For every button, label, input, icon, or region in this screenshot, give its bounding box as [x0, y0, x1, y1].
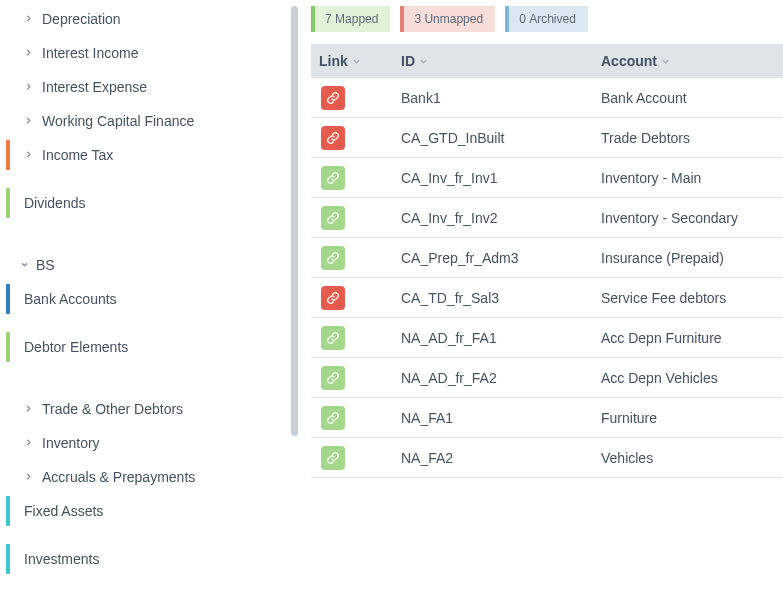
link-button[interactable] [321, 326, 345, 350]
cell-id: CA_Inv_fr_Inv2 [401, 210, 601, 226]
cell-link [311, 126, 401, 150]
cell-account: Trade Debtors [601, 130, 783, 146]
accent-bar [6, 188, 10, 218]
cell-id: CA_Inv_fr_Inv1 [401, 170, 601, 186]
sidebar-scrollbar[interactable] [285, 0, 305, 591]
sidebar-item[interactable]: Interest Income [0, 36, 285, 70]
sidebar-item[interactable]: Investments [0, 542, 285, 576]
sidebar-item[interactable]: Income Tax [0, 138, 285, 172]
sidebar-item-label: Working Capital Finance [42, 113, 194, 129]
sidebar-item[interactable]: Fixed Assets [0, 494, 285, 528]
table-row[interactable]: CA_GTD_InBuiltTrade Debtors [311, 118, 783, 158]
accent-bar [6, 140, 10, 170]
filter-archived-count: 0 [519, 12, 526, 26]
table-row[interactable]: Bank1Bank Account [311, 78, 783, 118]
filter-archived-label: Archived [529, 12, 576, 26]
sidebar-item[interactable]: Interest Expense [0, 70, 285, 104]
sidebar-item[interactable]: Bank Accounts [0, 282, 285, 316]
table-row[interactable]: NA_FA2Vehicles [311, 438, 783, 478]
table-row[interactable]: CA_TD_fr_Sal3Service Fee debtors [311, 278, 783, 318]
table-row[interactable]: NA_FA1Furniture [311, 398, 783, 438]
filter-unmapped-label: Unmapped [424, 12, 483, 26]
link-button[interactable] [321, 446, 345, 470]
sidebar-item-label: Fixed Assets [24, 503, 103, 519]
accent-bar [6, 544, 10, 574]
cell-id: CA_GTD_InBuilt [401, 130, 601, 146]
accent-bar [6, 496, 10, 526]
chevron-right-icon [24, 48, 34, 58]
sidebar-item-label: Accruals & Prepayments [42, 469, 195, 485]
link-button[interactable] [321, 126, 345, 150]
cell-id: CA_TD_fr_Sal3 [401, 290, 601, 306]
header-link-label: Link [319, 53, 348, 69]
filter-unmapped[interactable]: 3 Unmapped [400, 6, 495, 32]
table-row[interactable]: CA_Prep_fr_Adm3Insurance (Prepaid) [311, 238, 783, 278]
cell-account: Inventory - Main [601, 170, 783, 186]
chevron-right-icon [24, 82, 34, 92]
cell-link [311, 86, 401, 110]
sidebar-item-label: Bank Accounts [24, 291, 117, 307]
accent-bar [6, 284, 10, 314]
chevron-right-icon [24, 14, 34, 24]
cell-link [311, 286, 401, 310]
cell-id: NA_FA2 [401, 450, 601, 466]
cell-link [311, 206, 401, 230]
sidebar-item[interactable]: Inventory [0, 426, 285, 460]
cell-link [311, 366, 401, 390]
table-row[interactable]: CA_Inv_fr_Inv2Inventory - Secondary [311, 198, 783, 238]
cell-account: Insurance (Prepaid) [601, 250, 783, 266]
filter-mapped-label: Mapped [335, 12, 378, 26]
cell-id: CA_Prep_fr_Adm3 [401, 250, 601, 266]
link-button[interactable] [321, 406, 345, 430]
filter-mapped[interactable]: 7 Mapped [311, 6, 390, 32]
cell-id: Bank1 [401, 90, 601, 106]
link-button[interactable] [321, 366, 345, 390]
filter-archived[interactable]: 0 Archived [505, 6, 588, 32]
sidebar-item-label: Investments [24, 551, 99, 567]
header-id-label: ID [401, 53, 415, 69]
sidebar-item[interactable]: Trade & Other Debtors [0, 392, 285, 426]
cell-id: NA_AD_fr_FA1 [401, 330, 601, 346]
header-id[interactable]: ID [401, 53, 601, 69]
chevron-right-icon [24, 116, 34, 126]
table-body: Bank1Bank AccountCA_GTD_InBuiltTrade Deb… [311, 78, 783, 478]
sidebar-item-label: Interest Income [42, 45, 139, 61]
cell-account: Bank Account [601, 90, 783, 106]
sidebar-item-label: Dividends [24, 195, 85, 211]
link-button[interactable] [321, 166, 345, 190]
sidebar-item-label: BS [36, 257, 55, 273]
link-button[interactable] [321, 246, 345, 270]
sidebar-item[interactable]: Accruals & Prepayments [0, 460, 285, 494]
chevron-down-icon [352, 57, 361, 66]
cell-link [311, 246, 401, 270]
sidebar-item-label: Depreciation [42, 11, 121, 27]
sidebar-item[interactable]: BS [0, 248, 285, 282]
filter-mapped-count: 7 [325, 12, 332, 26]
link-button[interactable] [321, 86, 345, 110]
link-button[interactable] [321, 206, 345, 230]
table-row[interactable]: NA_AD_fr_FA2Acc Depn Vehicles [311, 358, 783, 398]
main-panel: 7 Mapped 3 Unmapped 0 Archived Link ID A… [305, 0, 783, 591]
sidebar-item[interactable]: Debtor Elements [0, 330, 285, 364]
sidebar: DepreciationInterest IncomeInterest Expe… [0, 0, 285, 591]
chevron-right-icon [24, 404, 34, 414]
header-account[interactable]: Account [601, 53, 783, 69]
chevron-down-icon [661, 57, 670, 66]
cell-link [311, 166, 401, 190]
table-row[interactable]: CA_Inv_fr_Inv1Inventory - Main [311, 158, 783, 198]
sidebar-item[interactable]: Depreciation [0, 2, 285, 36]
chevron-right-icon [24, 472, 34, 482]
link-button[interactable] [321, 286, 345, 310]
header-link[interactable]: Link [311, 53, 401, 69]
cell-account: Acc Depn Furniture [601, 330, 783, 346]
cell-id: NA_AD_fr_FA2 [401, 370, 601, 386]
table-row[interactable]: NA_AD_fr_FA1Acc Depn Furniture [311, 318, 783, 358]
sidebar-item[interactable]: Dividends [0, 186, 285, 220]
chevron-down-icon [20, 260, 30, 270]
chevron-down-icon [419, 57, 428, 66]
cell-account: Inventory - Secondary [601, 210, 783, 226]
scroll-thumb[interactable] [291, 6, 298, 436]
sidebar-item-label: Debtor Elements [24, 339, 128, 355]
sidebar-item[interactable]: Working Capital Finance [0, 104, 285, 138]
header-account-label: Account [601, 53, 657, 69]
